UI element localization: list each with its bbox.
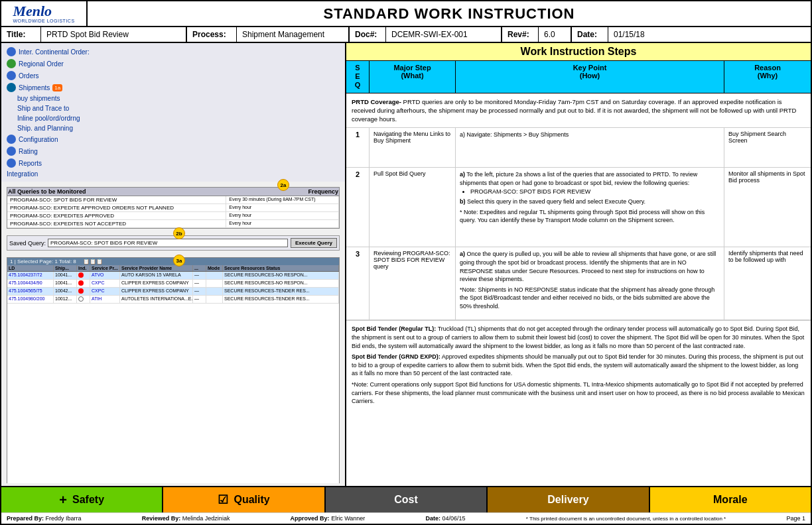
process-label: Process: xyxy=(192,30,226,39)
nav-label: Ship. and Planning xyxy=(17,125,73,132)
nav-label: Integration xyxy=(7,170,38,178)
step-row-2: 2 Pull Spot Bid Query a) To the left, pi… xyxy=(346,168,811,247)
footer-safety: + Safety xyxy=(1,487,163,512)
reviewed-name: Melinda Jedziniak xyxy=(182,515,230,522)
query-name: PROGRAM-SCO: SPOT BIDS FOR REVIEW xyxy=(7,196,226,204)
rev-value-cell: 6.0 xyxy=(539,27,572,42)
rev-label-cell: Rev#: xyxy=(502,27,539,42)
result-row-3: 475.1004565/75 10042... CXPC CLIPPER EXP… xyxy=(7,288,339,296)
query-name: PROGRAM-SCO: EXPEDITES APPROVED xyxy=(7,212,226,219)
result-row-1: 475.1004237/72 10041... ATVO AUTO KARSON… xyxy=(7,272,339,280)
query-freq: Every 30 minutes (During 8AM-7PM CST) xyxy=(226,196,339,204)
result-name: CLIPPER EXPRESS COMPANY xyxy=(120,280,193,287)
date-value: 01/15/18 xyxy=(614,30,645,39)
results-info: 1 | Selected Page: 1 Total: 8 xyxy=(8,259,78,264)
footer-signatures: Prepared By: Freddy Ibarra Reviewed By: … xyxy=(1,512,811,524)
col-header-ship: Ship... xyxy=(54,265,77,271)
reviewed-by: Reviewed By: Melinda Jedziniak xyxy=(142,515,230,522)
queries-freq-header: Frequency xyxy=(308,188,338,195)
query-freq: Every hour xyxy=(226,220,339,227)
info-row: Title: PRTD Spot Bid Review Process: Shi… xyxy=(1,27,811,43)
logo-name: Menlo xyxy=(13,4,74,19)
query-freq: Every hour xyxy=(226,212,339,219)
step-key-3: a) Once the query is pulled up, you will… xyxy=(456,247,724,320)
query-freq: Every hour xyxy=(226,204,339,211)
nav-icon xyxy=(7,47,16,56)
wi-intro: PRTD Coverage- PRTD queries are only to … xyxy=(346,93,811,129)
main-title: STANDARD WORK INSTRUCTION xyxy=(323,5,575,23)
sidebar-item-pooling[interactable]: Inline pool/ord/ordrng xyxy=(4,113,342,123)
result-dot: — xyxy=(193,288,206,295)
sidebar-item-planning[interactable]: Ship. and Planning xyxy=(4,123,342,133)
status-dot xyxy=(78,288,84,294)
step-reason-1: Buy Shipment Search Screen xyxy=(724,128,811,167)
sidebar-item-integration[interactable]: Integration xyxy=(4,169,342,179)
step-seq-2: 2 xyxy=(346,168,370,247)
prepared-by: Prepared By: Freddy Ibarra xyxy=(7,515,82,522)
nav-label: buy shipments xyxy=(17,95,60,102)
nav-icon xyxy=(7,71,16,80)
doc-label: Doc#: xyxy=(355,30,377,39)
nav-label: Regional Order xyxy=(19,60,64,68)
nav-icon xyxy=(7,146,16,156)
step-step-1: Navigating the Menu Links to Buy Shipmen… xyxy=(370,128,456,167)
col-reason: Reason(Why) xyxy=(724,61,811,93)
date-label-cell: Date: xyxy=(572,27,608,42)
title-label: Title: xyxy=(7,30,25,39)
cost-label: Cost xyxy=(394,494,418,506)
sidebar-item-rating[interactable]: Rating xyxy=(4,145,342,157)
footer-date-value: 04/06/15 xyxy=(442,515,466,522)
approved-by: Approved By: Elric Wanner xyxy=(291,515,366,522)
col-header-ld: LD xyxy=(7,265,54,271)
callout-2b: 2b xyxy=(173,227,185,239)
sidebar-item-regional-order[interactable]: Regional Order xyxy=(4,58,342,70)
result-ship: 10041... xyxy=(54,280,77,287)
results-section: 1 | Selected Page: 1 Total: 8 📋📋📋 LD Shi… xyxy=(4,255,342,483)
sidebar-item-inter-continental[interactable]: Inter. Continental Order: xyxy=(4,46,342,58)
step-step-3: Reviewing PROGRAM-SCO: SPOT BIDS FOR REV… xyxy=(370,247,456,320)
query-row-3: PROGRAM-SCO: EXPEDITES APPROVED Every ho… xyxy=(7,212,339,220)
morale-label: Morale xyxy=(713,494,748,506)
execute-query-button[interactable]: Execute Query xyxy=(291,238,337,248)
step-seq-3: 3 xyxy=(346,247,370,320)
result-name: AUTO KARSON 15 VARELA xyxy=(120,272,193,279)
step-reason-2: Monitor all shipments in Spot Bid proces… xyxy=(724,168,811,247)
queries-table: All Queries to be Monitored Frequency PR… xyxy=(7,187,340,229)
title-value: PRTD Spot Bid Review xyxy=(46,30,129,39)
logo-subtitle: WORLDWIDE LOGISTICS xyxy=(13,19,74,23)
key-2b: b) Select this query in the saved query … xyxy=(460,198,720,206)
title-value-cell: PRTD Spot Bid Review xyxy=(41,27,187,42)
sidebar-item-ship-trace[interactable]: Ship and Trace to xyxy=(4,103,342,113)
result-status: SECURE RESOURCES-NO RESPON... xyxy=(223,280,339,287)
result-row-4: 475.1004980/200 10012... ATIH AUTOLETES … xyxy=(7,296,339,304)
step-row-1: 1 Navigating the Menu Links to Buy Shipm… xyxy=(346,128,811,168)
col-step: Major Step(What) xyxy=(370,61,456,93)
callout-badge-1a: 1a xyxy=(52,84,62,91)
saved-query-bar: Saved Query: Execute Query xyxy=(7,235,340,251)
result-row-2: 475.1004434/90 10041... CXPC CLIPPER EXP… xyxy=(7,280,339,288)
sidebar-item-orders[interactable]: Orders xyxy=(4,70,342,82)
sidebar-item-shipments[interactable]: Shipments 1a xyxy=(4,82,342,93)
key-point-label: a) xyxy=(460,131,467,138)
sidebar-item-configuration[interactable]: Configuration xyxy=(4,133,342,145)
sidebar-item-buy-shipments[interactable]: buy shipments xyxy=(4,93,342,103)
footer-morale: Morale xyxy=(650,487,811,512)
title-label-cell: Title: xyxy=(1,27,41,42)
rev-value: 6.0 xyxy=(544,30,555,39)
query-name: PROGRAM-SCO: EXPEDITES NOT ACCEPTED xyxy=(7,220,226,227)
nav-label: Rating xyxy=(19,148,38,155)
step-seq-1: 1 xyxy=(346,128,370,167)
process-value: Shipment Management xyxy=(242,30,324,39)
logo-cell: Menlo WORLDWIDE LOGISTICS xyxy=(1,1,88,26)
col-key: Key Point(How) xyxy=(456,61,724,93)
saved-query-input[interactable] xyxy=(48,239,288,247)
footer-date-label: Date: xyxy=(426,515,441,522)
callout-2a: 2a xyxy=(277,179,289,191)
sidebar-item-reports[interactable]: Reports xyxy=(4,157,342,169)
key-3-note: *Note: Shipments in NO RESPONSE status i… xyxy=(460,286,720,311)
result-status: SECURE RESOURCES-TENDER RES... xyxy=(223,288,339,295)
key-2a: a) To the left, picture 2a shows a list … xyxy=(460,170,720,187)
prtd-bold: PRTD Coverage- xyxy=(352,98,401,105)
approved-label: Approved By: xyxy=(291,515,330,522)
col-header-dot: ... xyxy=(193,265,206,271)
